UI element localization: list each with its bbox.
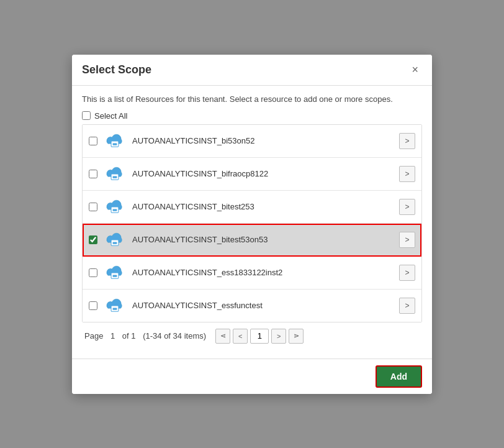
page-label: Page (84, 331, 103, 341)
list-item: AUTOANALYTICSINST_bi53on52 > (83, 125, 421, 158)
modal-body: This is a list of Resources for this ten… (72, 86, 432, 359)
cloud-icon-5 (104, 262, 126, 284)
item-name-3: AUTOANALYTICSINST_bitest253 (132, 202, 393, 211)
modal-title: Select Scope (82, 63, 151, 76)
modal-description: This is a list of Resources for this ten… (82, 94, 422, 104)
select-scope-modal: Select Scope × This is a list of Resourc… (72, 55, 432, 394)
item-name-2: AUTOANALYTICSINST_bifraocp8122 (132, 169, 393, 178)
modal-header: Select Scope × (72, 55, 432, 86)
cloud-icon-1 (104, 130, 126, 152)
svg-rect-9 (113, 275, 117, 277)
item-name-4: AUTOANALYTICSINST_bitest53on53 (132, 235, 393, 244)
item-checkbox-1[interactable] (89, 137, 97, 145)
add-button[interactable]: Add (376, 365, 422, 388)
list-item: AUTOANALYTICSINST_essfunctest > (83, 290, 421, 322)
page-number-input[interactable] (250, 329, 269, 344)
item-checkbox-4[interactable] (89, 235, 97, 244)
item-name-6: AUTOANALYTICSINST_essfunctest (132, 301, 393, 310)
items-list: AUTOANALYTICSINST_bi53on52 > AUTOANALYTI… (82, 124, 422, 322)
item-name-5: AUTOANALYTICSINST_ess1833122inst2 (132, 268, 393, 277)
svg-rect-3 (113, 176, 117, 178)
cloud-icon-2 (104, 163, 126, 185)
item-arrow-6[interactable]: > (399, 298, 415, 314)
item-arrow-3[interactable]: > (399, 199, 415, 215)
list-item: AUTOANALYTICSINST_bitest253 > (83, 191, 421, 224)
list-item: AUTOANALYTICSINST_bifraocp8122 > (83, 158, 421, 191)
first-page-button[interactable]: ⋖ (215, 329, 230, 344)
modal-footer: Add (72, 359, 432, 394)
cloud-icon-6 (104, 295, 126, 317)
svg-rect-7 (113, 242, 117, 244)
select-all-checkbox[interactable] (82, 111, 91, 120)
item-arrow-1[interactable]: > (399, 133, 415, 149)
item-checkbox-5[interactable] (89, 268, 97, 277)
of-label: of 1 (122, 331, 136, 341)
item-name-1: AUTOANALYTICSINST_bi53on52 (132, 136, 393, 145)
cloud-icon-4 (104, 229, 126, 251)
list-item-selected: AUTOANALYTICSINST_bitest53on53 > (83, 224, 421, 257)
close-button[interactable]: × (408, 62, 422, 78)
item-checkbox-2[interactable] (89, 170, 97, 178)
item-checkbox-6[interactable] (89, 301, 97, 310)
current-page-display: 1 (110, 331, 115, 341)
item-checkbox-3[interactable] (89, 203, 97, 211)
select-all-row: Select All (82, 111, 422, 121)
cloud-icon-3 (104, 196, 126, 218)
svg-rect-5 (113, 209, 117, 211)
list-item: AUTOANALYTICSINST_ess1833122inst2 > (83, 257, 421, 290)
range-label: (1-34 of 34 items) (143, 331, 206, 341)
modal-overlay: Select Scope × This is a list of Resourc… (0, 0, 504, 448)
item-arrow-2[interactable]: > (399, 166, 415, 182)
pagination: Page 1 of 1 (1-34 of 34 items) ⋖ < > ⋗ (82, 322, 422, 350)
last-page-button[interactable]: ⋗ (289, 329, 304, 344)
item-arrow-4[interactable]: > (399, 232, 415, 248)
next-page-button[interactable]: > (271, 329, 286, 344)
prev-page-button[interactable]: < (233, 329, 248, 344)
item-arrow-5[interactable]: > (399, 265, 415, 281)
svg-rect-1 (113, 143, 117, 145)
select-all-label: Select All (94, 111, 127, 121)
svg-rect-11 (113, 308, 117, 309)
